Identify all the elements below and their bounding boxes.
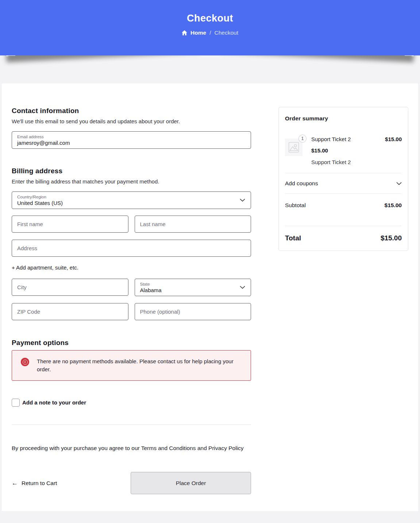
first-name-input[interactable]: [12, 216, 128, 233]
checkout-content: Contact information We'll use this email…: [2, 84, 418, 511]
chevron-down-icon: [396, 180, 402, 187]
breadcrumb-separator: /: [209, 30, 211, 36]
country-value: United States (US): [17, 200, 246, 206]
total-label: Total: [285, 234, 301, 242]
checkout-form: Contact information We'll use this email…: [12, 107, 251, 494]
add-apartment-link[interactable]: + Add apartment, suite, etc.: [12, 264, 78, 271]
add-note-label: Add a note to your order: [22, 399, 86, 406]
home-icon: [182, 30, 187, 35]
breadcrumb: Home / Checkout: [182, 30, 238, 36]
state-label: State: [140, 282, 246, 286]
order-summary-heading: Order summary: [285, 115, 402, 122]
email-value: jamesroy@gmail.com: [17, 140, 246, 146]
billing-subtext: Enter the billing address that matches y…: [12, 178, 251, 185]
city-state-row: State Alabama: [12, 279, 251, 296]
item-name: Support Ticket 2: [311, 136, 351, 142]
place-order-button[interactable]: Place Order: [131, 472, 251, 494]
contact-heading: Contact information: [12, 107, 251, 115]
quantity-badge: 1: [298, 135, 307, 143]
country-select[interactable]: Country/Region United States (US): [12, 191, 251, 209]
email-label: Email address: [17, 135, 246, 139]
payment-error-notice: ! There are no payment methods available…: [12, 350, 251, 381]
country-label: Country/Region: [17, 195, 246, 199]
subtotal-amount: $15.00: [385, 202, 402, 209]
breadcrumb-home-link[interactable]: Home: [190, 30, 206, 36]
terms-text: By proceeding with your purchase you agr…: [12, 443, 248, 453]
chevron-down-icon: [240, 286, 245, 289]
item-unit-price: $15.00: [311, 147, 402, 154]
page-title: Checkout: [187, 13, 233, 24]
form-divider: [12, 425, 251, 425]
return-to-cart-label: Return to Cart: [22, 480, 57, 487]
zip-phone-row: [12, 303, 251, 320]
page-header: Checkout Home / Checkout: [0, 0, 420, 55]
email-field[interactable]: Email address jamesroy@gmail.com: [12, 131, 251, 149]
city-input[interactable]: [12, 279, 128, 296]
billing-heading: Billing address: [12, 167, 251, 175]
state-value: Alabama: [140, 287, 246, 293]
state-select[interactable]: State Alabama: [135, 279, 251, 296]
payment-heading: Payment options: [12, 339, 251, 347]
order-item-details: Support Ticket 2 $15.00 $15.00 Support T…: [311, 135, 402, 165]
phone-input[interactable]: [135, 303, 251, 320]
chevron-down-icon: [240, 199, 245, 202]
address-input[interactable]: [12, 240, 251, 257]
subtotal-row: Subtotal $15.00: [285, 194, 402, 226]
error-exclamation: !: [23, 360, 28, 365]
add-coupons-label: Add coupons: [285, 180, 318, 187]
checkout-actions: ← Return to Cart Place Order: [12, 472, 251, 494]
zip-input[interactable]: [12, 303, 128, 320]
last-name-input[interactable]: [135, 216, 251, 233]
breadcrumb-current: Checkout: [214, 30, 238, 36]
name-row: [12, 216, 251, 233]
payment-error-text: There are no payment methods available. …: [37, 357, 242, 373]
item-description: Support Ticket 2: [311, 159, 402, 165]
total-amount: $15.00: [381, 234, 402, 242]
total-row: Total $15.00: [285, 226, 402, 251]
add-coupons-toggle[interactable]: Add coupons: [285, 173, 402, 194]
add-note-row[interactable]: Add a note to your order: [12, 399, 251, 407]
contact-subtext: We'll use this email to send you details…: [12, 118, 251, 124]
error-icon: !: [21, 358, 29, 366]
return-to-cart-link[interactable]: ← Return to Cart: [12, 480, 57, 487]
item-price: $15.00: [385, 136, 402, 142]
order-item-row: 1 Support Ticket 2 $15.00 $15.00 Support…: [285, 135, 402, 173]
product-thumbnail-wrap: 1: [285, 139, 303, 156]
arrow-left-icon: ←: [12, 480, 18, 486]
subtotal-label: Subtotal: [285, 202, 306, 209]
add-note-checkbox[interactable]: [12, 399, 20, 407]
order-summary-card: Order summary 1 Support Ticket 2 $15.00: [278, 107, 408, 251]
